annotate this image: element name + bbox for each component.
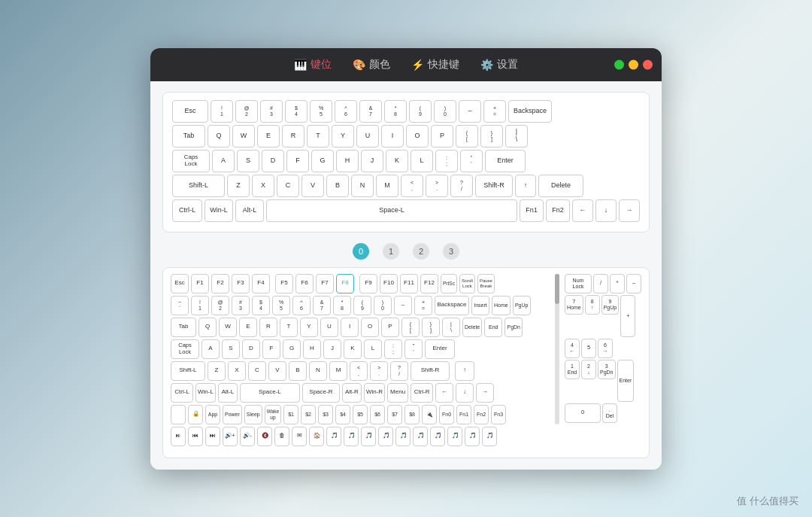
- key2-app[interactable]: App: [205, 405, 220, 424]
- numpad-plus[interactable]: +: [620, 295, 635, 337]
- key2-o[interactable]: O: [361, 318, 379, 337]
- key-b[interactable]: B: [326, 175, 349, 197]
- key2-f6[interactable]: F6: [295, 274, 314, 293]
- key2-sleep[interactable]: Sleep: [244, 405, 262, 424]
- key2-f2[interactable]: F2: [211, 274, 229, 293]
- key2-period[interactable]: >.: [370, 361, 388, 381]
- numpad-dot[interactable]: .Del: [602, 403, 617, 423]
- key2-media9[interactable]: 🎵: [465, 427, 480, 446]
- key2-v[interactable]: V: [268, 361, 286, 381]
- key-alt-l[interactable]: Alt-L: [235, 199, 264, 222]
- key2-end[interactable]: End: [484, 318, 502, 337]
- numpad-0[interactable]: 0: [565, 403, 601, 423]
- key2-i[interactable]: I: [341, 318, 359, 337]
- scrollbar[interactable]: [555, 274, 559, 424]
- key2-lbracket[interactable]: {[: [401, 318, 420, 337]
- key-x[interactable]: X: [252, 175, 274, 197]
- key-shift-r[interactable]: Shift-R: [475, 175, 513, 197]
- key2-j[interactable]: J: [323, 339, 341, 359]
- nav-item-shortcuts[interactable]: ⚡ 快捷键: [411, 58, 459, 71]
- key-9[interactable]: (9: [409, 100, 432, 123]
- key-i[interactable]: I: [381, 125, 404, 147]
- key2-win-r[interactable]: Win-R: [364, 383, 385, 403]
- key2-equal[interactable]: +=: [414, 296, 432, 315]
- key2-q[interactable]: Q: [198, 318, 217, 337]
- key2-ctrl-l[interactable]: Ctrl-L: [171, 383, 193, 403]
- key2-b[interactable]: B: [289, 361, 307, 381]
- key2-left[interactable]: ←: [435, 383, 453, 403]
- numpad-7[interactable]: 7Home: [565, 295, 583, 315]
- key-l[interactable]: L: [411, 150, 433, 172]
- key2-f4[interactable]: F4: [252, 274, 270, 293]
- key2-fn3[interactable]: Fn3: [491, 405, 506, 424]
- key-v[interactable]: V: [301, 175, 324, 197]
- numpad-4[interactable]: 4←: [565, 339, 580, 358]
- key2-n[interactable]: N: [309, 361, 327, 381]
- numpad-6[interactable]: 6→: [598, 339, 613, 358]
- key2-shift-l[interactable]: Shift-L: [171, 361, 205, 381]
- key2-backtick[interactable]: ~`: [171, 296, 189, 315]
- key2-fn0[interactable]: Fn0: [439, 405, 454, 424]
- dot-yellow[interactable]: [629, 59, 638, 69]
- key2-vol-up[interactable]: 🔊+: [223, 427, 238, 446]
- numpad-2[interactable]: 2↓: [581, 360, 596, 379]
- key-slash[interactable]: ?/: [450, 175, 473, 197]
- key2-backspace[interactable]: Backspace: [435, 296, 469, 315]
- key2-g[interactable]: G: [283, 339, 301, 359]
- key2-alt-l[interactable]: Alt-L: [218, 383, 238, 403]
- key-e[interactable]: E: [257, 125, 280, 147]
- key2-f5[interactable]: F5: [275, 274, 293, 293]
- key2-3[interactable]: #3: [232, 296, 250, 315]
- key-4[interactable]: $4: [285, 100, 308, 123]
- key2-rbracket[interactable]: }]: [422, 318, 440, 337]
- key2-play[interactable]: ⏯: [171, 427, 186, 446]
- key2-bt5[interactable]: $5: [353, 405, 368, 424]
- key-s[interactable]: S: [237, 150, 259, 172]
- numpad-5[interactable]: 5: [581, 339, 596, 358]
- key2-1[interactable]: !1: [191, 296, 209, 315]
- dot-0[interactable]: 0: [353, 243, 369, 260]
- dot-3[interactable]: 3: [443, 243, 459, 260]
- key2-0[interactable]: )0: [374, 296, 392, 315]
- key-right[interactable]: →: [619, 199, 640, 222]
- key-equal[interactable]: +=: [483, 100, 506, 123]
- key-enter[interactable]: Enter: [485, 150, 526, 172]
- key2-f8[interactable]: F8: [336, 274, 354, 293]
- key2-9[interactable]: (9: [353, 296, 371, 315]
- key-o[interactable]: O: [406, 125, 429, 147]
- key-r[interactable]: R: [282, 125, 304, 147]
- key2-x[interactable]: X: [228, 361, 246, 381]
- numpad-9[interactable]: 9PgUp: [601, 295, 620, 315]
- key2-enter[interactable]: Enter: [425, 339, 455, 359]
- numpad-slash[interactable]: /: [593, 274, 608, 293]
- key2-f9[interactable]: F9: [359, 274, 377, 293]
- key-m[interactable]: M: [376, 175, 398, 197]
- key-d[interactable]: D: [262, 150, 284, 172]
- key2-l[interactable]: L: [364, 339, 382, 359]
- key2-scroll[interactable]: ScrollLock: [459, 274, 475, 293]
- key-period[interactable]: >.: [426, 175, 448, 197]
- key-backspace[interactable]: Backspace: [508, 100, 552, 123]
- key-space-l[interactable]: Space-L: [266, 199, 517, 222]
- key-1[interactable]: !1: [211, 100, 233, 123]
- key2-6[interactable]: ^6: [292, 296, 311, 315]
- key-2[interactable]: @2: [235, 100, 258, 123]
- dot-red[interactable]: [643, 59, 653, 69]
- key2-prev[interactable]: ⏮: [188, 427, 203, 446]
- key-0[interactable]: )0: [434, 100, 456, 123]
- key-c[interactable]: C: [277, 175, 299, 197]
- key2-c[interactable]: C: [248, 361, 266, 381]
- key2-m[interactable]: M: [329, 361, 347, 381]
- key-h[interactable]: H: [336, 150, 359, 172]
- key2-bt1[interactable]: $1: [283, 405, 298, 424]
- key-6[interactable]: ^6: [335, 100, 357, 123]
- dot-2[interactable]: 2: [413, 243, 429, 260]
- key2-media6[interactable]: 🎵: [413, 427, 428, 446]
- key-a[interactable]: A: [212, 150, 235, 172]
- key2-menu[interactable]: Menu: [387, 383, 408, 403]
- key2-s[interactable]: S: [222, 339, 240, 359]
- key2-shift-r[interactable]: Shift-R: [411, 361, 450, 381]
- key2-fn2[interactable]: Fn2: [474, 405, 489, 424]
- key2-f7[interactable]: F7: [316, 274, 334, 293]
- key2-h[interactable]: H: [303, 339, 321, 359]
